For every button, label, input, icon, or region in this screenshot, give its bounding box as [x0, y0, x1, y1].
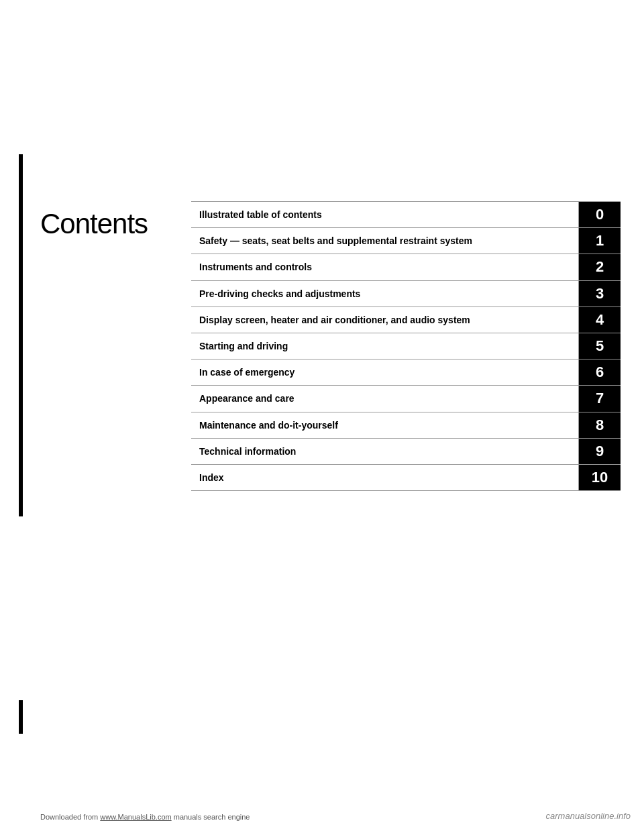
toc-row-4[interactable]: Display screen, heater and air condition… — [191, 307, 621, 333]
left-decoration-bar — [19, 154, 23, 516]
toc-number-8: 8 — [579, 412, 621, 438]
toc-label-2: Instruments and controls — [191, 254, 579, 280]
toc-label-4: Display screen, heater and air condition… — [191, 307, 579, 333]
bottom-left-decoration-bar — [19, 700, 23, 734]
toc-number-9: 9 — [579, 439, 621, 464]
toc-label-8: Maintenance and do-it-yourself — [191, 412, 579, 438]
toc-number-4: 4 — [579, 307, 621, 333]
toc-number-0: 0 — [579, 202, 621, 227]
toc-label-7: Appearance and care — [191, 386, 579, 411]
toc-row-7[interactable]: Appearance and care 7 — [191, 385, 621, 411]
toc-row-6[interactable]: In case of emergency 6 — [191, 359, 621, 385]
toc-number-2: 2 — [579, 254, 621, 280]
toc-label-5: Starting and driving — [191, 333, 579, 359]
toc-label-1: Safety — seats, seat belts and supplemen… — [191, 228, 579, 254]
footer-download: Downloaded from www.ManualsLib.com manua… — [40, 813, 250, 821]
page-title: Contents — [40, 208, 148, 240]
page: Contents Illustrated table of contents 0… — [0, 0, 644, 833]
toc-label-9: Technical information — [191, 439, 579, 464]
toc-row-0[interactable]: Illustrated table of contents 0 — [191, 201, 621, 227]
toc-row-5[interactable]: Starting and driving 5 — [191, 333, 621, 359]
toc-row-10[interactable]: Index 10 — [191, 464, 621, 491]
toc-row-9[interactable]: Technical information 9 — [191, 438, 621, 464]
toc-number-3: 3 — [579, 281, 621, 307]
toc-number-7: 7 — [579, 386, 621, 411]
footer-download-prefix: Downloaded from — [40, 813, 100, 821]
toc-label-6: In case of emergency — [191, 359, 579, 385]
toc-label-0: Illustrated table of contents — [191, 202, 579, 227]
toc-number-10: 10 — [579, 465, 621, 490]
footer-download-suffix: manuals search engine — [172, 813, 250, 821]
toc-number-1: 1 — [579, 228, 621, 254]
toc-row-1[interactable]: Safety — seats, seat belts and supplemen… — [191, 227, 621, 254]
toc-number-6: 6 — [579, 359, 621, 385]
toc-row-3[interactable]: Pre-driving checks and adjustments 3 — [191, 280, 621, 307]
footer-brand: carmanualsonline.info — [546, 811, 631, 821]
toc-label-3: Pre-driving checks and adjustments — [191, 281, 579, 307]
toc-row-2[interactable]: Instruments and controls 2 — [191, 254, 621, 280]
toc-container: Illustrated table of contents 0 Safety —… — [191, 201, 621, 491]
toc-label-10: Index — [191, 465, 579, 490]
toc-number-5: 5 — [579, 333, 621, 359]
footer-download-link[interactable]: www.ManualsLib.com — [100, 813, 171, 821]
toc-row-8[interactable]: Maintenance and do-it-yourself 8 — [191, 412, 621, 438]
